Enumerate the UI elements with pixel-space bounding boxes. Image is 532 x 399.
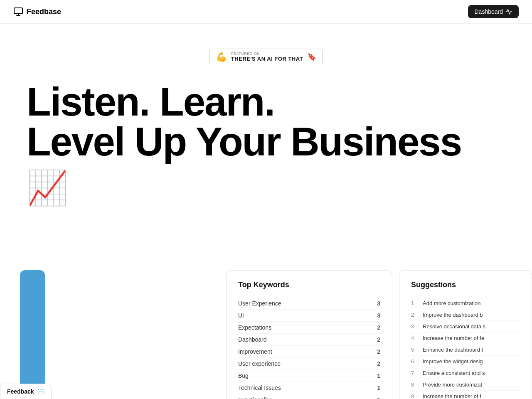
keyword-name: User Experience — [238, 300, 281, 307]
suggestion-num: 1 — [411, 300, 418, 306]
suggestion-item: 5Enhance the dashboard t — [411, 344, 520, 356]
suggestion-num: 9 — [411, 393, 418, 399]
suggestion-item: 7Ensure a consistent and s — [411, 367, 520, 379]
suggestion-item: 1Add more customization — [411, 298, 520, 309]
keyword-name: Functionality — [238, 397, 271, 399]
suggestion-num: 2 — [411, 312, 418, 318]
suggestions-panel-title: Suggestions — [411, 281, 520, 289]
keyword-count: 1 — [377, 397, 380, 399]
keywords-list: User Experience3UI3Expectations2Dashboar… — [238, 298, 380, 399]
panels-row: Top Keywords User Experience3UI3Expectat… — [0, 270, 532, 399]
bookmark-icon: 🔖 — [307, 52, 316, 62]
suggestion-num: 7 — [411, 370, 418, 376]
badge-text-container: FEATURED ON THERE'S AN AI FOR THAT — [231, 52, 303, 62]
svg-rect-0 — [14, 8, 22, 14]
suggestion-item: 6Improve the widget desig — [411, 356, 520, 367]
keyword-count: 3 — [377, 312, 380, 319]
keyword-count: 3 — [377, 300, 380, 307]
hero-line2: Level Up Your Business — [27, 119, 461, 164]
logo-area: Feedbase — [13, 7, 61, 17]
keyword-item: Expectations2 — [238, 322, 380, 334]
suggestion-text: Provide more customizat — [423, 382, 482, 388]
keywords-panel: Top Keywords User Experience3UI3Expectat… — [226, 270, 392, 399]
trending-up-icon: 📈 — [27, 168, 68, 207]
suggestion-num: 8 — [411, 382, 418, 388]
suggestion-num: 4 — [411, 335, 418, 341]
badge-title: THERE'S AN AI FOR THAT — [231, 56, 303, 62]
suggestion-num: 6 — [411, 358, 418, 365]
keyword-count: 1 — [377, 372, 380, 379]
keyword-item: Bug1 — [238, 370, 380, 382]
suggestion-item: 8Provide more customizat — [411, 379, 520, 391]
suggestions-list: 1Add more customization2Improve the dash… — [411, 298, 520, 399]
mail-icon: ✉️ — [37, 388, 44, 395]
keyword-count: 2 — [377, 360, 380, 367]
spacer — [45, 270, 226, 399]
keyword-name: Technical Issues — [238, 384, 281, 391]
suggestion-text: Add more customization — [423, 300, 480, 306]
feedback-label: Feedback — [7, 388, 34, 395]
hero-line1: Listen. Learn. — [27, 79, 274, 124]
suggestion-item: 3Resolve occasional data s — [411, 321, 520, 332]
logo-text: Feedbase — [27, 7, 61, 16]
suggestions-panel: Suggestions 1Add more customization2Impr… — [399, 270, 532, 399]
keyword-item: Functionality1 — [238, 394, 380, 399]
keyword-name: Improvement — [238, 348, 272, 355]
suggestion-num: 5 — [411, 347, 418, 353]
suggestion-text: Resolve occasional data s — [423, 323, 485, 330]
suggestion-item: 4Increase the number of fe — [411, 332, 520, 344]
suggestion-text: Enhance the dashboard t — [423, 347, 483, 353]
left-blue-panel — [20, 270, 45, 399]
suggestion-text: Improve the widget desig — [423, 358, 483, 365]
dashboard-button[interactable]: Dashboard — [468, 5, 519, 18]
chart-icon — [505, 8, 512, 15]
keyword-name: Dashboard — [238, 336, 267, 343]
keyword-item: User experience2 — [238, 358, 380, 370]
logo-icon — [13, 7, 23, 17]
suggestion-text: Improve the dashboard b — [423, 312, 483, 318]
hero-heading: Listen. Learn. Level Up Your Business — [27, 82, 461, 162]
featured-badge: 💪 FEATURED ON THERE'S AN AI FOR THAT 🔖 — [209, 49, 323, 65]
keyword-count: 2 — [377, 336, 380, 343]
suggestion-text: Increase the number of fe — [423, 335, 484, 341]
keyword-name: UI — [238, 312, 244, 319]
keyword-count: 1 — [377, 384, 380, 391]
keyword-count: 2 — [377, 348, 380, 355]
keyword-item: Dashboard2 — [238, 334, 380, 346]
keyword-item: Technical Issues1 — [238, 382, 380, 394]
keyword-count: 2 — [377, 324, 380, 331]
navbar: Feedbase Dashboard — [0, 0, 532, 24]
keyword-item: UI3 — [238, 310, 380, 322]
feedback-tab[interactable]: Feedback ✉️ — [0, 384, 52, 399]
dashboard-label: Dashboard — [475, 8, 503, 15]
suggestion-num: 3 — [411, 323, 418, 330]
keyword-name: User experience — [238, 360, 281, 367]
keyword-name: Expectations — [238, 324, 271, 331]
arm-emoji: 💪 — [216, 52, 227, 62]
hero-section: 💪 FEATURED ON THERE'S AN AI FOR THAT 🔖 L… — [0, 24, 532, 224]
keyword-item: User Experience3 — [238, 298, 380, 310]
suggestion-item: 9Increase the number of f — [411, 391, 520, 399]
keyword-item: Improvement2 — [238, 346, 380, 358]
keywords-panel-title: Top Keywords — [238, 281, 380, 289]
suggestion-text: Ensure a consistent and s — [423, 370, 485, 376]
keyword-name: Bug — [238, 372, 249, 379]
suggestion-item: 2Improve the dashboard b — [411, 309, 520, 321]
suggestion-text: Increase the number of f — [423, 393, 481, 399]
